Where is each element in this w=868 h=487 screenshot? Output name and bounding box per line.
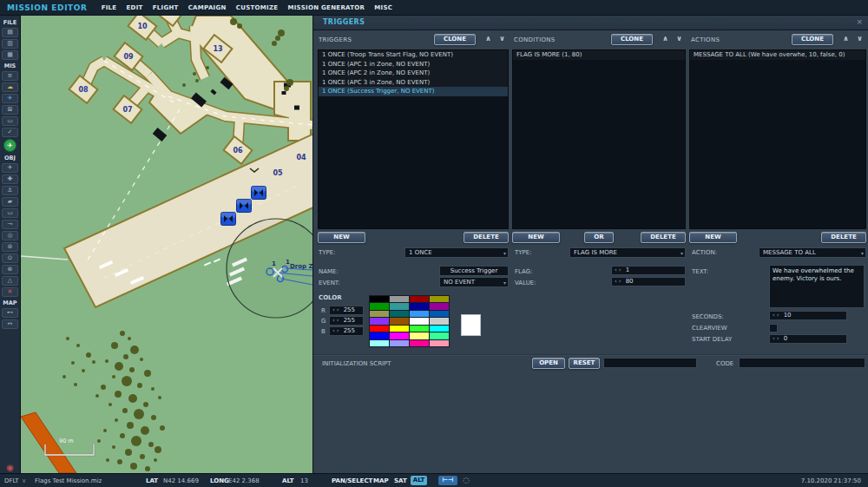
trigger-item[interactable]: 1 ONCE (Success Trigger, NO EVENT) <box>319 87 508 96</box>
ruler-tool-icon[interactable]: ⊢⊣ <box>438 476 457 485</box>
clone-action-button[interactable]: CLONE <box>792 34 833 45</box>
checklist-icon[interactable]: ✓ <box>2 128 18 137</box>
palette-color[interactable] <box>370 303 389 309</box>
trigger-type-select[interactable]: 1 ONCE▾ <box>404 247 509 258</box>
trigger-item[interactable]: 1 ONCE (APC 1 in Zone, NO EVENT) <box>319 60 508 69</box>
failures-icon[interactable]: ⊠ <box>2 105 18 115</box>
distance-icon[interactable]: ↔ <box>2 319 18 329</box>
mission-options-icon[interactable]: ≡ <box>2 71 18 81</box>
move-action-up-icon[interactable]: ∧ <box>840 34 852 45</box>
trigger-event-select[interactable]: NO EVENT▾ <box>439 277 509 287</box>
move-action-down-icon[interactable]: ∨ <box>854 34 865 45</box>
close-icon[interactable]: × <box>856 18 863 26</box>
palette-color[interactable] <box>430 318 449 324</box>
panel-title-bar[interactable]: TRIGGERS × <box>313 16 868 30</box>
action-type-select[interactable]: MESSAGE TO ALL▾ <box>759 247 866 258</box>
add-helicopter-icon[interactable]: ✚ <box>2 174 18 184</box>
palette-color[interactable] <box>370 332 389 339</box>
init-script-input[interactable] <box>603 358 697 368</box>
add-ship-icon[interactable]: ⚓ <box>2 186 18 195</box>
add-template-icon[interactable]: △ <box>2 276 18 286</box>
clone-condition-button[interactable]: CLONE <box>611 34 653 45</box>
group-tools-icon[interactable]: ⊗ <box>2 265 18 274</box>
color-b-stepper[interactable]: ‹›255 <box>329 326 364 336</box>
palette-color[interactable] <box>410 303 429 309</box>
save-mission-icon[interactable]: ▦ <box>2 50 18 60</box>
menu-campaign[interactable]: CAMPAIGN <box>188 4 227 11</box>
map-layer-button[interactable]: MAP <box>373 477 389 484</box>
new-mission-icon[interactable]: ▤ <box>2 28 18 37</box>
new-condition-button[interactable]: NEW <box>512 232 560 243</box>
palette-color[interactable] <box>430 332 449 339</box>
delete-action-button[interactable]: DELETE <box>821 232 866 243</box>
palette-color[interactable] <box>430 326 449 332</box>
move-condition-down-icon[interactable]: ∨ <box>674 34 685 45</box>
color-r-stepper[interactable]: ‹›255 <box>329 306 364 315</box>
add-farp-icon[interactable]: ⊙ <box>2 253 18 263</box>
summary-icon[interactable]: ▭ <box>2 116 18 126</box>
zone-tools-icon[interactable]: ⊛ <box>2 242 18 252</box>
weather-icon[interactable]: ☁ <box>2 82 18 92</box>
map-canvas[interactable]: 10111309080706040511Drop Zon90 m <box>21 16 312 473</box>
record-icon[interactable]: ◉ <box>2 463 18 472</box>
menu-file[interactable]: FILE <box>102 4 117 11</box>
condition-value-stepper[interactable]: ‹›80 <box>611 277 686 286</box>
chevron-down-icon[interactable]: ∨ <box>22 477 26 484</box>
action-seconds-stepper[interactable]: ‹›10 <box>769 311 847 320</box>
trigger-name-input[interactable]: Success Trigger <box>439 266 509 276</box>
action-text-input[interactable]: We have overwhelmed the enemy. Victory i… <box>769 265 865 308</box>
actions-list[interactable]: MESSAGE TO ALL (We have overwhe, 10, fal… <box>689 49 866 229</box>
palette-color[interactable] <box>410 340 429 346</box>
palette-color[interactable] <box>390 311 409 317</box>
delete-object-icon[interactable]: ✕ <box>2 287 18 297</box>
color-g-stepper[interactable]: ‹›255 <box>329 316 364 326</box>
menu-misc[interactable]: MISC <box>374 4 392 11</box>
palette-color[interactable] <box>370 340 389 346</box>
move-trigger-up-icon[interactable]: ∧ <box>483 34 494 45</box>
palette-color[interactable] <box>390 296 409 302</box>
refresh-icon[interactable]: ◌ <box>463 476 470 484</box>
condition-item[interactable]: FLAG IS MORE (1, 80) <box>513 50 685 60</box>
trigger-item[interactable]: 1 ONCE (APC 3 in Zone, NO EVENT) <box>319 78 508 88</box>
reset-script-button[interactable]: RESET <box>569 358 600 369</box>
action-start-delay-stepper[interactable]: ‹›0 <box>769 334 847 344</box>
conditions-list[interactable]: FLAG IS MORE (1, 80) <box>512 49 686 229</box>
clearview-checkbox[interactable] <box>769 324 778 332</box>
palette-color[interactable] <box>410 326 429 332</box>
or-condition-button[interactable]: OR <box>584 232 614 243</box>
code-input[interactable] <box>739 358 865 368</box>
condition-type-select[interactable]: FLAG IS MORE▾ <box>569 247 686 258</box>
trigger-item[interactable]: 1 ONCE (APC 2 in Zone, NO EVENT) <box>319 69 508 78</box>
palette-color[interactable] <box>430 303 449 309</box>
open-mission-icon[interactable]: ▥ <box>2 39 18 49</box>
move-condition-up-icon[interactable]: ∧ <box>660 34 671 45</box>
triggers-list[interactable]: 1 ONCE (Troop Trans Start Flag, NO EVENT… <box>318 49 509 229</box>
palette-color[interactable] <box>370 318 389 324</box>
palette-color[interactable] <box>390 318 409 324</box>
add-static-icon[interactable]: ▭ <box>2 208 18 218</box>
apc-unit-icon[interactable] <box>252 187 266 200</box>
open-script-button[interactable]: OPEN <box>532 358 565 369</box>
palette-color[interactable] <box>410 318 429 324</box>
add-route-icon[interactable]: ⊸ <box>2 220 18 229</box>
delete-condition-button[interactable]: DELETE <box>641 232 686 243</box>
add-zone-icon[interactable]: ◎ <box>2 231 18 240</box>
briefing-button[interactable]: ✈ <box>3 139 16 152</box>
palette-color[interactable] <box>430 296 449 302</box>
add-vehicle-icon[interactable]: ▰ <box>2 197 18 207</box>
palette-color[interactable] <box>390 303 409 309</box>
palette-color[interactable] <box>410 332 429 339</box>
new-trigger-button[interactable]: NEW <box>318 232 365 243</box>
palette-color[interactable] <box>410 311 429 317</box>
profile-select[interactable]: DFLT <box>4 477 19 484</box>
menu-flight[interactable]: FLIGHT <box>153 4 179 11</box>
alt-layer-button[interactable]: ALT <box>411 476 427 485</box>
menu-customize[interactable]: CUSTOMIZE <box>236 4 279 11</box>
palette-color[interactable] <box>390 326 409 332</box>
palette-color[interactable] <box>430 340 449 346</box>
palette-color[interactable] <box>410 296 429 302</box>
sat-layer-button[interactable]: SAT <box>394 477 407 484</box>
trigger-item[interactable]: 1 ONCE (Troop Trans Start Flag, NO EVENT… <box>319 50 508 60</box>
apc-unit-icon[interactable] <box>221 213 236 226</box>
palette-color[interactable] <box>370 296 389 302</box>
